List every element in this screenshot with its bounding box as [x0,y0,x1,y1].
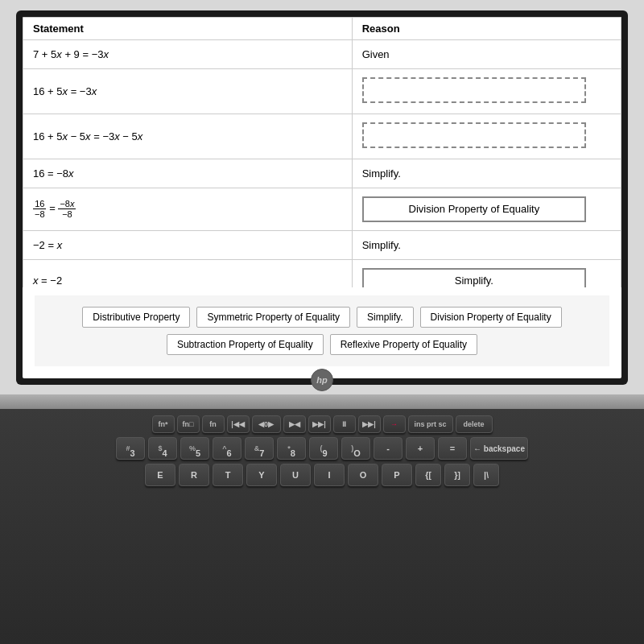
reason-text: Given [362,48,390,60]
key-t[interactable]: T [213,464,243,486]
letter-key-row: E R T Y U I O P {[ }] |\ [145,464,499,486]
reason-cell[interactable]: Division Property of Equality [352,188,621,230]
key-delete[interactable]: delete [456,415,493,433]
key-fn-pause[interactable]: ⏸ [333,415,356,433]
reason-cell: Simplify. [352,230,621,259]
statement-cell: −2 = x [23,230,353,259]
reason-cell[interactable] [352,68,621,114]
math-statement: 16 + 5x = −3x [33,85,97,97]
key-o[interactable]: O [348,464,378,486]
answer-drop-zone[interactable] [362,77,586,103]
key-fn-fwd[interactable]: ▶▶| [308,415,331,433]
key-3[interactable]: #3 [116,437,145,460]
options-row-1: Distributive Property Symmetric Property… [82,307,561,328]
math-statement: 16 + 5x − 5x = −3x − 5x [33,130,142,142]
fn-key-row: fn* fn□ fn |◀◀ ◀0▶ ▶◀ ▶▶| ⏸ ▶▶| → ins pr… [152,415,493,433]
key-plus[interactable]: + [406,437,435,460]
option-distributive-property[interactable]: Distributive Property [82,307,190,328]
key-equals[interactable]: = [438,437,467,460]
math-statement: 16−8 = −8x−8 [33,202,76,214]
hp-logo: hp [311,369,333,391]
statement-cell: 16 + 5x = −3x [23,68,353,114]
options-row-2: Subtraction Property of Equality Reflexi… [167,334,477,355]
table-row: x = −2 Simplify. [23,259,621,287]
option-subtraction-property[interactable]: Subtraction Property of Equality [167,334,324,355]
statement-cell: 16 + 5x − 5x = −3x − 5x [23,114,353,159]
key-backspace[interactable]: ← backspace [470,437,528,460]
key-fn-back[interactable]: |◀◀ [227,415,250,433]
math-statement: −2 = x [33,239,62,251]
math-statement: x = −2 [33,275,62,287]
key-6[interactable]: ^6 [213,437,242,460]
key-prtsc[interactable]: ins prt sc [408,415,453,433]
option-division-property[interactable]: Division Property of Equality [420,307,562,328]
number-key-row: #3 $4 %5 ^6 &7 *8 (9 )O - + = ← backspac… [116,437,528,460]
keyboard: fn* fn□ fn |◀◀ ◀0▶ ▶◀ ▶▶| ⏸ ▶▶| → ins pr… [0,409,644,644]
simplify-label: Simplify. [455,275,493,287]
statement-cell: 16 = −8x [23,159,353,188]
answer-filled-box[interactable]: Division Property of Equality [362,196,586,222]
key-pipe[interactable]: |\ [473,464,499,486]
option-reflexive-property[interactable]: Reflexive Property of Equality [330,334,477,355]
statement-cell: x = −2 [23,259,353,287]
table-row: −2 = x Simplify. [23,230,621,259]
option-simplify[interactable]: Simplify. [357,307,413,328]
key-4[interactable]: $4 [148,437,177,460]
key-bracket-open[interactable]: {[ [415,464,441,486]
reason-cell: Simplify. [352,159,621,188]
key-9[interactable]: (9 [309,437,338,460]
math-statement: 7 + 5x + 9 = −3x [33,48,109,60]
reason-cell[interactable]: Simplify. [352,259,621,287]
answer-filled-box[interactable]: Simplify. [362,268,586,287]
key-u[interactable]: U [280,464,311,486]
math-statement: 16 = −8x [33,167,74,180]
options-area: Distributive Property Symmetric Property… [35,295,609,366]
reason-text: Simplify. [362,167,401,180]
key-minus[interactable]: - [374,437,402,460]
reason-text: Simplify. [362,239,401,251]
table-row: 16 + 5x = −3x [23,68,621,114]
key-8[interactable]: *8 [277,437,306,460]
division-property-label: Division Property of Equality [409,203,540,215]
key-o-num[interactable]: )O [341,437,370,460]
table-row: 7 + 5x + 9 = −3x Given [23,39,621,68]
key-p[interactable]: P [382,464,412,486]
key-fn-next[interactable]: ▶▶| [358,415,381,433]
reason-header: Reason [352,17,621,39]
reason-cell[interactable] [352,114,621,159]
reason-cell: Given [352,39,621,68]
laptop-hinge [0,394,644,409]
key-fn-arrow[interactable]: → [383,415,406,433]
table-row: 16−8 = −8x−8 Division Property of Equali… [23,188,621,230]
answer-drop-zone[interactable] [362,122,586,148]
key-fn-rewind[interactable]: ▶◀ [283,415,306,433]
key-fn-box[interactable]: fn□ [177,415,200,433]
option-symmetric-property[interactable]: Symmetric Property of Equality [196,307,350,328]
key-7[interactable]: &7 [245,437,274,460]
proof-table: Statement Reason 7 + 5x + 9 = −3x Given [23,17,621,287]
statement-cell: 16−8 = −8x−8 [23,188,353,230]
table-row: 16 + 5x − 5x = −3x − 5x [23,114,621,159]
key-5[interactable]: %5 [180,437,209,460]
key-fn-star[interactable]: fn* [152,415,175,433]
key-bracket-close[interactable]: }] [444,464,470,486]
key-fn-play[interactable]: ◀0▶ [252,415,281,433]
key-y[interactable]: Y [246,464,277,486]
statement-header: Statement [23,17,353,39]
key-fn[interactable]: fn [202,415,225,433]
key-e[interactable]: E [145,464,175,486]
table-row: 16 = −8x Simplify. [23,159,621,188]
key-i[interactable]: I [314,464,345,486]
statement-cell: 7 + 5x + 9 = −3x [23,39,353,68]
key-r[interactable]: R [179,464,209,486]
